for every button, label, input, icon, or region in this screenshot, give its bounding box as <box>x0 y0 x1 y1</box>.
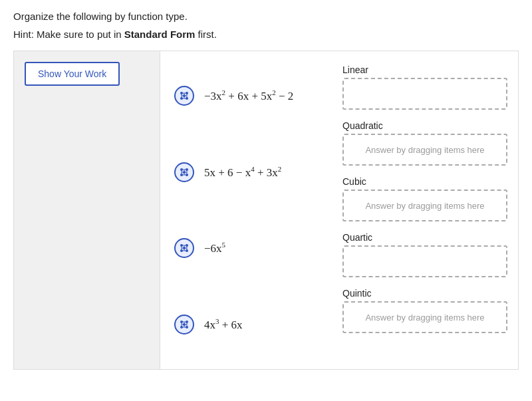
category-label-quintic: Quintic <box>342 288 507 299</box>
category-label-quartic: Quartic <box>342 232 507 243</box>
drop-zone-quadratic[interactable]: Answer by dragging items here <box>342 134 507 166</box>
expressions-panel: −3x2 + 6x + 5x2 − 2 <box>160 51 332 369</box>
expression-row[interactable]: −6x5 <box>174 225 325 271</box>
main-area: Show Your Work <box>13 51 519 370</box>
category-quartic: Quartic <box>342 225 507 277</box>
category-label-linear: Linear <box>342 65 507 75</box>
drop-zone-linear[interactable] <box>342 78 507 110</box>
category-quadratic: Quadratic Answer by dragging items here <box>342 114 507 166</box>
math-expr-4: 4x3 + 6x <box>204 317 243 332</box>
left-panel: Show Your Work <box>14 51 160 369</box>
hint-text: Hint: Make sure to put in Standard Form … <box>13 29 519 40</box>
hint-bold: Standard Form <box>124 29 196 40</box>
drag-icon <box>174 162 195 183</box>
expression-row[interactable]: 5x + 6 − x4 + 3x2 <box>174 150 325 195</box>
category-label-cubic: Cubic <box>342 176 507 187</box>
drop-zone-quartic[interactable] <box>342 245 507 277</box>
drop-zone-quintic[interactable]: Answer by dragging items here <box>342 301 507 333</box>
category-cubic: Cubic Answer by dragging items here <box>342 170 507 221</box>
drag-icon <box>174 85 195 106</box>
show-work-button[interactable]: Show Your Work <box>25 62 120 86</box>
category-quintic: Quintic Answer by dragging items here <box>342 281 507 333</box>
drag-icon <box>174 237 195 259</box>
math-expr-1: −3x2 + 6x + 5x2 − 2 <box>204 88 293 103</box>
drop-zone-cubic[interactable]: Answer by dragging items here <box>342 190 507 221</box>
hint-suffix: first. <box>195 29 217 40</box>
page-wrapper: Organize the following by function type.… <box>0 0 532 401</box>
category-linear: Linear <box>342 58 507 110</box>
drag-icon <box>174 314 195 335</box>
question-text: Organize the following by function type. <box>13 11 519 22</box>
hint-prefix: Hint: Make sure to put in <box>13 29 124 40</box>
math-expr-2: 5x + 6 − x4 + 3x2 <box>204 165 281 180</box>
expression-row[interactable]: −3x2 + 6x + 5x2 − 2 <box>174 73 325 118</box>
categories-panel: Linear Quadratic Answer by dragging item… <box>332 51 518 369</box>
category-label-quadratic: Quadratic <box>342 120 507 131</box>
math-expr-3: −6x5 <box>204 241 225 255</box>
expression-row[interactable]: 4x3 + 6x <box>174 302 325 347</box>
right-area: −3x2 + 6x + 5x2 − 2 <box>160 51 518 369</box>
